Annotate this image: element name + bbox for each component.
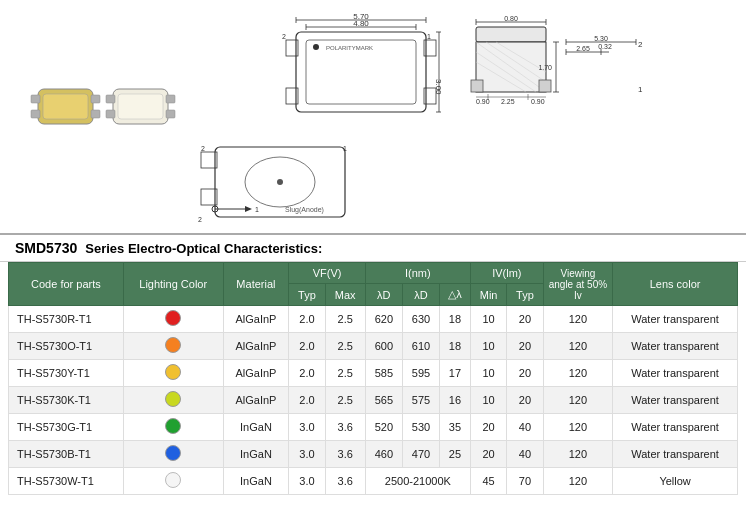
bottom-view-diagram: 2 1 Slug(Anode) 2 1 (195, 137, 360, 227)
svg-text:2: 2 (201, 145, 205, 152)
cell-lens: Water transparent (613, 441, 738, 468)
cell-iv-min: 45 (470, 468, 506, 495)
led-photo-warm (28, 69, 178, 169)
table-row: TH-S5730Y-T1 AlGaInP 2.0 2.5 585 595 17 … (9, 360, 738, 387)
cell-ld1: 600 (365, 333, 402, 360)
cell-color (123, 441, 223, 468)
model-name: SMD5730 (15, 240, 77, 256)
section-header: SMD5730 Series Electro-Optical Character… (0, 235, 746, 262)
sub-ld1: λD (365, 284, 402, 306)
svg-rect-46 (539, 80, 551, 92)
cell-dl: 25 (440, 441, 471, 468)
cell-material: InGaN (223, 468, 289, 495)
svg-text:1: 1 (638, 85, 643, 94)
cell-viewing: 120 (543, 441, 613, 468)
svg-rect-10 (166, 95, 175, 103)
cell-viewing: 120 (543, 414, 613, 441)
color-indicator (165, 472, 181, 488)
cell-viewing: 120 (543, 333, 613, 360)
cell-ld2: 575 (402, 387, 439, 414)
cell-vf-max: 2.5 (325, 360, 365, 387)
sub-iv-typ: Typ (507, 284, 543, 306)
cell-iv-typ: 70 (507, 468, 543, 495)
cell-viewing: 120 (543, 306, 613, 333)
svg-text:2.65: 2.65 (576, 45, 590, 52)
svg-marker-75 (245, 206, 252, 212)
cell-code: TH-S5730G-T1 (9, 414, 124, 441)
cell-ld1: 520 (365, 414, 402, 441)
technical-diagrams: 5.70 4.80 POLARITYMARK (190, 12, 731, 227)
col-iv: IV(lm) (470, 263, 543, 284)
cell-lens: Water transparent (613, 306, 738, 333)
side-view-diagram: 0.80 5.30 (466, 12, 646, 132)
svg-text:POLARITYMARK: POLARITYMARK (326, 45, 373, 51)
cell-vf-typ: 3.0 (289, 441, 325, 468)
cell-ld1: 585 (365, 360, 402, 387)
sub-vf-typ: Typ (289, 284, 325, 306)
cell-code: TH-S5730K-T1 (9, 387, 124, 414)
svg-text:5.30: 5.30 (594, 35, 608, 42)
svg-point-71 (277, 179, 283, 185)
cell-ld1: 460 (365, 441, 402, 468)
svg-rect-9 (106, 110, 115, 118)
cell-code: TH-S5730O-T1 (9, 333, 124, 360)
color-indicator (165, 310, 181, 326)
cell-color (123, 333, 223, 360)
color-indicator (165, 391, 181, 407)
svg-rect-5 (91, 110, 100, 118)
svg-rect-4 (91, 95, 100, 103)
cell-ld2: 530 (402, 414, 439, 441)
cell-ld2: 610 (402, 333, 439, 360)
svg-text:1: 1 (343, 145, 347, 152)
cell-color (123, 414, 223, 441)
svg-rect-1 (43, 94, 88, 119)
cell-viewing: 120 (543, 468, 613, 495)
cell-iv-min: 10 (470, 333, 506, 360)
svg-text:2: 2 (198, 216, 202, 223)
table-row: TH-S5730W-T1 InGaN 3.0 3.6 2500-21000K 4… (9, 468, 738, 495)
svg-text:1: 1 (255, 206, 259, 213)
cell-iv-typ: 20 (507, 306, 543, 333)
color-indicator (165, 445, 181, 461)
cell-material: AlGaInP (223, 333, 289, 360)
cell-vf-typ: 3.0 (289, 468, 325, 495)
cell-dl: 18 (440, 333, 471, 360)
cell-vf-typ: 2.0 (289, 333, 325, 360)
svg-text:2: 2 (282, 33, 286, 40)
subtitle: Series Electro-Optical Characteristics: (85, 241, 322, 256)
cell-iv-typ: 20 (507, 333, 543, 360)
svg-text:0.32: 0.32 (598, 43, 612, 50)
table-container: Code for parts Lighting Color Material V… (0, 262, 746, 503)
svg-point-26 (313, 44, 319, 50)
cell-viewing: 120 (543, 387, 613, 414)
cell-material: AlGaInP (223, 306, 289, 333)
svg-text:Slug(Anode): Slug(Anode) (285, 206, 324, 214)
cell-vf-typ: 2.0 (289, 306, 325, 333)
cell-code: TH-S5730B-T1 (9, 441, 124, 468)
cell-dl: 35 (440, 414, 471, 441)
svg-text:4.80: 4.80 (353, 19, 369, 28)
svg-text:0.80: 0.80 (504, 15, 518, 22)
svg-text:0.90: 0.90 (531, 98, 545, 105)
cell-iv-min: 20 (470, 414, 506, 441)
cell-dl: 16 (440, 387, 471, 414)
svg-rect-8 (106, 95, 115, 103)
cell-iv-min: 20 (470, 441, 506, 468)
cell-iv-typ: 40 (507, 414, 543, 441)
cell-dl: 18 (440, 306, 471, 333)
table-row: TH-S5730K-T1 AlGaInP 2.0 2.5 565 575 16 … (9, 387, 738, 414)
cell-lens: Water transparent (613, 360, 738, 387)
cell-iv-typ: 40 (507, 441, 543, 468)
svg-rect-11 (166, 110, 175, 118)
cell-iv-typ: 20 (507, 387, 543, 414)
cell-lens: Water transparent (613, 387, 738, 414)
col-wavelength: I(nm) (365, 263, 470, 284)
svg-text:2: 2 (638, 40, 643, 49)
cell-material: InGaN (223, 414, 289, 441)
svg-rect-20 (296, 32, 426, 112)
cell-ld2: 470 (402, 441, 439, 468)
svg-rect-38 (476, 27, 546, 42)
cell-dl: 17 (440, 360, 471, 387)
cell-lens: Water transparent (613, 333, 738, 360)
cell-material: AlGaInP (223, 387, 289, 414)
